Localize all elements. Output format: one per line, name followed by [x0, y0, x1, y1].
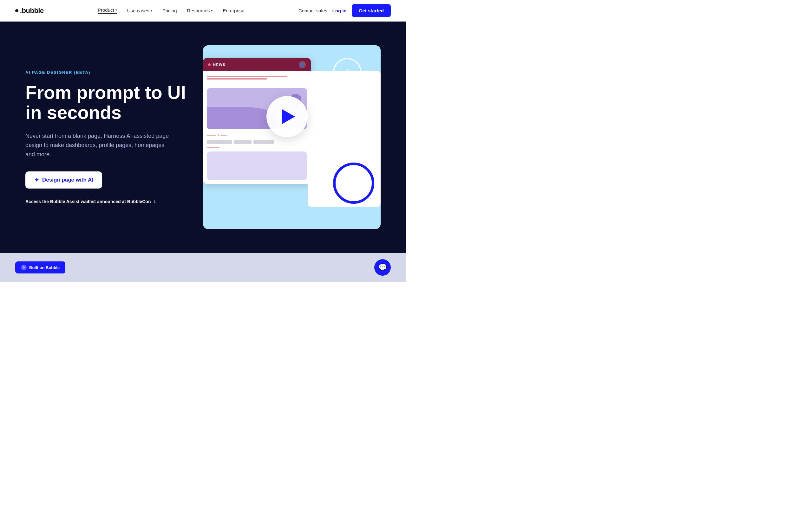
mockup-user-icon: 👤	[299, 61, 306, 68]
nav-item-enterprise[interactable]: Enterprise	[223, 8, 244, 13]
chevron-down-icon: ▾	[211, 9, 212, 12]
nav-item-resources[interactable]: Resources ▾	[187, 8, 213, 13]
logo-text: .bubble	[20, 7, 44, 15]
logo-dot	[15, 9, 18, 12]
mockup-lines	[203, 71, 311, 84]
chevron-down-icon: ▾	[151, 9, 152, 12]
hero-badge: AI PAGE DESIGNER (BETA)	[26, 70, 190, 75]
hero-title: From prompt to UI in seconds	[26, 82, 190, 123]
contact-sales-button[interactable]: Contact sales	[299, 8, 327, 13]
mockup-line	[207, 78, 267, 79]
navbar-actions: Contact sales Log in Get started	[299, 4, 391, 17]
play-triangle-icon	[282, 109, 295, 124]
logo[interactable]: .bubble	[15, 7, 44, 15]
design-page-button[interactable]: ✦ Design page with AI	[26, 171, 102, 188]
get-started-button[interactable]: Get started	[352, 4, 391, 17]
mockup-header-title: NEWS	[213, 63, 225, 66]
chat-button[interactable]: 💬	[374, 259, 391, 276]
bubble-logo-icon: b	[21, 265, 27, 270]
circle-element	[333, 163, 374, 204]
chat-icon: 💬	[378, 263, 387, 272]
navbar: .bubble Product ▾ Use cases ▾ Pricing Re…	[0, 0, 406, 21]
mockup-header: NEWS 👤	[203, 58, 311, 71]
arrow-down-icon: ↓	[153, 199, 156, 205]
hero-illustration: + NEWS 👤	[190, 45, 380, 229]
sparkle-icon: ✦	[34, 176, 39, 183]
add-element-button[interactable]: +	[333, 58, 362, 87]
nav-item-usecases[interactable]: Use cases ▾	[127, 8, 152, 13]
nav-item-product[interactable]: Product ▾	[98, 7, 117, 14]
mockup-bottom-card	[207, 152, 307, 180]
mockup-status-dot	[208, 63, 211, 66]
hero-content: AI PAGE DESIGNER (BETA) From prompt to U…	[26, 70, 190, 205]
footer-bar: b Built on Bubble 💬	[0, 253, 406, 282]
login-button[interactable]: Log in	[333, 8, 347, 13]
hero-subtitle: Never start from a blank page. Harness A…	[26, 131, 171, 159]
hero-section: AI PAGE DESIGNER (BETA) From prompt to U…	[0, 21, 406, 253]
chevron-down-icon: ▾	[115, 8, 117, 12]
built-on-bubble-button[interactable]: b Built on Bubble	[15, 262, 65, 274]
play-button[interactable]	[266, 96, 308, 137]
nav-item-pricing[interactable]: Pricing	[162, 8, 177, 13]
waitlist-link[interactable]: Access the Bubble Assist waitlist announ…	[26, 199, 190, 205]
mockup-line	[207, 76, 287, 77]
illustration-card: + NEWS 👤	[203, 45, 380, 229]
mockup-sep2	[207, 147, 219, 148]
main-nav: Product ▾ Use cases ▾ Pricing Resources …	[98, 7, 245, 14]
mockup-gray-bars	[207, 140, 307, 144]
